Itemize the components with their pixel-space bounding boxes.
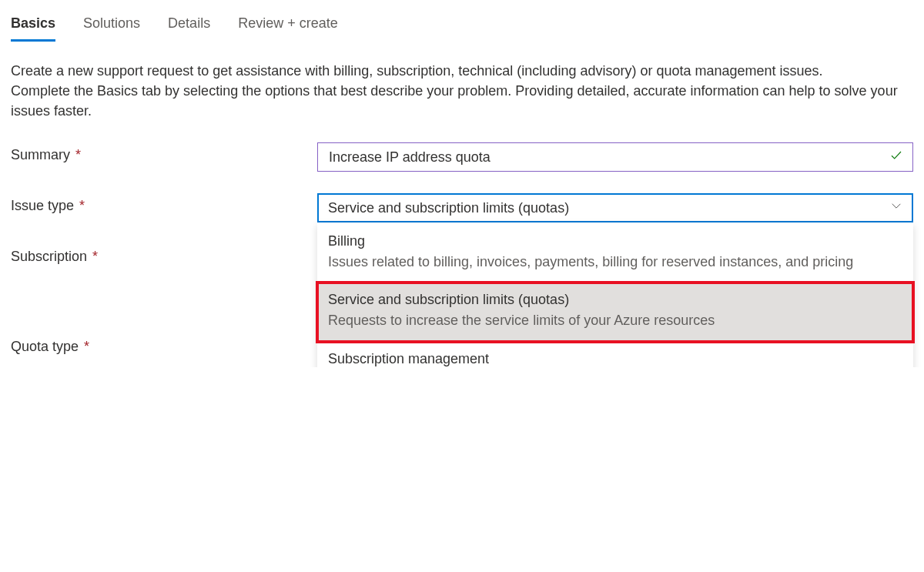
option-desc: Requests to increase the service limits … — [328, 311, 902, 330]
label-quota-type-text: Quota type — [11, 339, 79, 354]
option-title: Subscription management — [328, 351, 902, 367]
tab-bar: Basics Solutions Details Review + create — [11, 12, 913, 42]
issue-type-value: Service and subscription limits (quotas) — [328, 200, 569, 216]
option-desc: Issues related to billing, invoices, pay… — [328, 253, 902, 272]
label-issue-type-text: Issue type — [11, 198, 74, 213]
intro-line1: Create a new support request to get assi… — [11, 63, 823, 79]
issue-type-select[interactable]: Service and subscription limits (quotas) — [317, 193, 913, 222]
label-subscription-text: Subscription — [11, 249, 87, 264]
label-issue-type: Issue type * — [11, 193, 317, 214]
label-quota-type: Quota type * — [11, 334, 317, 355]
tab-review-create[interactable]: Review + create — [238, 12, 338, 42]
summary-input-wrap[interactable] — [317, 142, 913, 172]
issue-type-listbox: Billing Issues related to billing, invoi… — [317, 222, 913, 367]
intro-line2: Complete the Basics tab by selecting the… — [11, 83, 898, 119]
intro-text: Create a new support request to get assi… — [11, 61, 913, 121]
tab-details[interactable]: Details — [168, 12, 210, 42]
label-summary: Summary * — [11, 142, 317, 163]
label-subscription: Subscription * — [11, 244, 317, 265]
required-asterisk: * — [80, 339, 89, 354]
option-title: Billing — [328, 233, 902, 249]
chevron-down-icon — [890, 200, 902, 216]
option-title: Service and subscription limits (quotas) — [328, 292, 902, 308]
required-asterisk: * — [89, 249, 98, 264]
required-asterisk: * — [75, 198, 85, 213]
option-billing[interactable]: Billing Issues related to billing, invoi… — [317, 224, 913, 283]
check-icon — [889, 149, 903, 166]
tab-solutions[interactable]: Solutions — [83, 12, 140, 42]
row-issue-type: Issue type * Service and subscription li… — [11, 193, 913, 222]
option-subscription-management[interactable]: Subscription management Subscription man… — [317, 342, 913, 368]
option-service-limits[interactable]: Service and subscription limits (quotas)… — [317, 283, 913, 341]
row-summary: Summary * — [11, 142, 913, 172]
tab-basics[interactable]: Basics — [11, 12, 55, 42]
label-summary-text: Summary — [11, 147, 70, 162]
summary-input[interactable] — [327, 149, 882, 166]
form: Summary * Issue type * Service and subsc… — [11, 142, 913, 355]
required-asterisk: * — [72, 147, 81, 162]
